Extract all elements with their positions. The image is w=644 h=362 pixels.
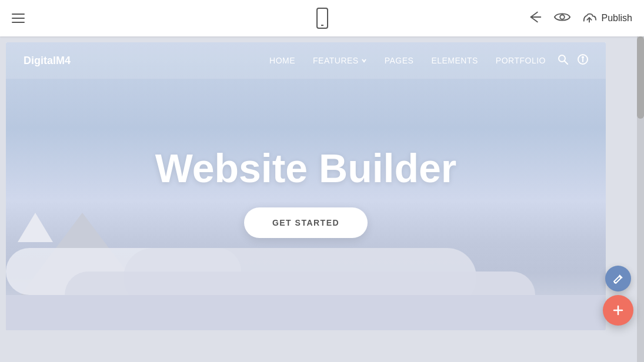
site-navigation: DigitalM4 HOME FEATURES PAGES ELEMENTS P…: [6, 42, 606, 79]
hero-content: Website Builder GET STARTED: [6, 42, 606, 330]
search-nav-icon[interactable]: [558, 54, 568, 67]
site-logo: DigitalM4: [24, 55, 71, 67]
canvas-area: DigitalM4 HOME FEATURES PAGES ELEMENTS P…: [0, 36, 644, 362]
nav-features[interactable]: FEATURES: [313, 56, 367, 65]
hero-cta-button[interactable]: GET STARTED: [244, 207, 368, 238]
scrollbar-thumb[interactable]: [637, 36, 644, 119]
nav-elements[interactable]: ELEMENTS: [431, 56, 478, 65]
nav-home[interactable]: HOME: [269, 56, 295, 65]
svg-point-3: [560, 15, 565, 19]
scrollbar-track[interactable]: [637, 36, 644, 362]
preview-frame: DigitalM4 HOME FEATURES PAGES ELEMENTS P…: [6, 42, 606, 330]
fab-edit-button[interactable]: [605, 266, 631, 291]
publish-label: Publish: [602, 13, 632, 24]
svg-point-8: [582, 57, 583, 58]
nav-portfolio[interactable]: PORTFOLIO: [496, 56, 546, 65]
fab-add-button[interactable]: [603, 295, 633, 326]
nav-icons: [558, 54, 588, 67]
mobile-view-icon[interactable]: [314, 8, 331, 29]
toolbar-center: [314, 8, 331, 29]
publish-button[interactable]: Publish: [582, 12, 632, 25]
hamburger-menu-icon[interactable]: [12, 14, 25, 23]
svg-line-5: [565, 61, 568, 64]
back-button[interactable]: [528, 11, 543, 26]
hero-title: Website Builder: [155, 146, 457, 190]
toolbar-right: Publish: [528, 11, 632, 26]
nav-links: HOME FEATURES PAGES ELEMENTS PORTFOLIO: [269, 56, 546, 65]
nav-pages[interactable]: PAGES: [385, 56, 414, 65]
info-nav-icon[interactable]: [578, 54, 588, 67]
toolbar: Publish: [0, 0, 644, 36]
toolbar-left: [12, 14, 25, 23]
preview-button[interactable]: [553, 11, 571, 26]
